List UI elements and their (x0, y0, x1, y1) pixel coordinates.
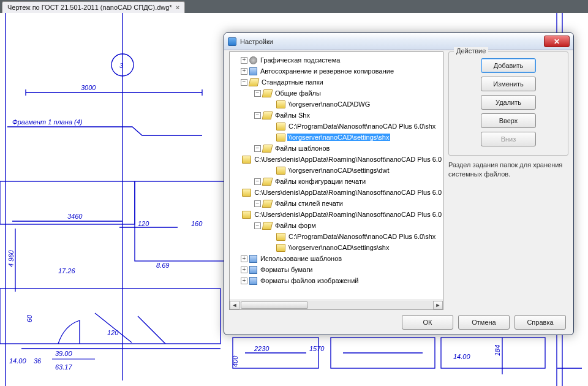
expand-icon[interactable]: − (254, 200, 261, 207)
tree-label: C:\ProgramData\Nanosoft\nanoCAD Plus 6.0… (287, 233, 437, 240)
tree-row[interactable]: −Файлы конфигурации печати (230, 176, 443, 187)
disk-icon (249, 255, 257, 263)
svg-text:3000: 3000 (81, 84, 96, 91)
folder-closed-icon (276, 167, 285, 175)
folder-open-icon (262, 200, 273, 208)
svg-text:3: 3 (119, 62, 124, 69)
svg-text:Фрагмент 1 плана (4): Фрагмент 1 плана (4) (12, 118, 83, 126)
tree-label: C:\Users\denis\AppData\Roaming\Nanosoft\… (253, 189, 443, 196)
svg-text:400: 400 (232, 355, 239, 367)
tree-row[interactable]: +Форматы файлов изображений (230, 275, 443, 286)
delete-button[interactable]: Удалить (481, 95, 536, 110)
expand-icon[interactable]: − (254, 90, 261, 97)
tree-row[interactable]: +Форматы бумаги (230, 264, 443, 275)
tree-label: Файлы шаблонов (274, 145, 331, 152)
tree-row[interactable]: C:\ProgramData\Nanosoft\nanoCAD Plus 6.0… (230, 231, 443, 242)
expand-icon[interactable]: + (241, 267, 247, 273)
tree-row[interactable]: −Стандартные папки (230, 77, 443, 88)
folder-closed-icon (276, 100, 285, 108)
expand-icon[interactable]: + (241, 255, 247, 262)
svg-text:14.00: 14.00 (453, 353, 470, 360)
settings-tree[interactable]: +Графическая подсистема+Автосохранение и… (229, 51, 443, 310)
tree-row[interactable]: −Файлы стилей печати (230, 198, 443, 209)
tab-title: Чертеж по ГОСТ 21.501-2011 (nanoCAD СПДС… (7, 4, 172, 11)
tree-row[interactable]: −Файлы шаблонов (230, 143, 443, 154)
svg-text:17.26: 17.26 (58, 267, 75, 274)
scroll-left-icon[interactable]: ◄ (230, 301, 239, 309)
actions-group: Действие Добавить Изменить Удалить Вверх… (448, 51, 568, 156)
svg-text:120: 120 (138, 220, 149, 227)
svg-text:184: 184 (494, 345, 501, 356)
disk-icon (249, 277, 257, 285)
svg-text:60: 60 (26, 314, 33, 322)
gear-icon (249, 56, 257, 64)
expand-icon[interactable]: − (254, 145, 261, 152)
tree-label: C:\Users\denis\AppData\Roaming\Nanosoft\… (253, 156, 443, 163)
close-button[interactable]: ✕ (544, 36, 570, 47)
folder-closed-icon (276, 134, 285, 142)
folder-open-icon (262, 112, 273, 119)
folder-closed-icon (276, 233, 285, 241)
tree-label: Общие файлы (274, 89, 322, 97)
svg-text:160: 160 (191, 220, 203, 227)
tree-label: Файлы Shx (274, 112, 311, 119)
document-tabbar: Чертеж по ГОСТ 21.501-2011 (nanoCAD СПДС… (0, 0, 588, 13)
tree-label: Файлы форм (274, 222, 317, 229)
tree-label: Автосохранение и резервное копирование (259, 67, 395, 75)
tree-row[interactable]: −Общие файлы (230, 88, 443, 99)
svg-text:14.00: 14.00 (9, 357, 26, 365)
tree-row[interactable]: −Файлы форм (230, 220, 443, 231)
tree-label: \\orgserver\nanoCAD\DWG (287, 100, 371, 108)
folder-closed-icon (242, 156, 251, 164)
tree-row[interactable]: C:\Users\denis\AppData\Roaming\Nanosoft\… (230, 187, 443, 198)
horizontal-scrollbar[interactable]: ◄ ► (230, 300, 443, 309)
folder-closed-icon (276, 123, 285, 131)
edit-button[interactable]: Изменить (481, 77, 536, 91)
expand-icon[interactable]: − (254, 178, 261, 185)
tree-row[interactable]: +Использование шаблонов (230, 253, 443, 264)
svg-text:120: 120 (107, 329, 119, 336)
svg-text:36: 36 (34, 357, 42, 365)
expand-icon[interactable]: + (241, 68, 247, 75)
svg-text:39.00: 39.00 (55, 350, 72, 357)
actions-pane: Действие Добавить Изменить Удалить Вверх… (448, 51, 568, 310)
expand-icon[interactable]: + (241, 278, 247, 284)
folder-closed-icon (242, 211, 251, 219)
move-up-button[interactable]: Вверх (481, 113, 536, 128)
move-down-button[interactable]: Вниз (481, 132, 536, 146)
tree-row[interactable]: \\orgserver\nanoCAD\settings\dwt (230, 165, 443, 176)
tree-row[interactable]: +Графическая подсистема (230, 55, 443, 66)
scroll-right-icon[interactable]: ► (433, 301, 443, 309)
ok-button[interactable]: ОК (402, 315, 453, 330)
svg-line-15 (138, 316, 165, 344)
tree-label: Стандартные папки (260, 78, 325, 86)
folder-closed-icon (276, 244, 285, 252)
tree-row[interactable]: \\orgserver\nanoCAD\DWG (230, 99, 443, 110)
tree-label: Форматы файлов изображений (259, 277, 360, 284)
tree-row[interactable]: \\orgserver\nanoCAD\settings\shx (230, 132, 443, 143)
cancel-button[interactable]: Отмена (458, 315, 510, 330)
scroll-thumb[interactable] (241, 301, 308, 309)
tree-row[interactable]: C:\Users\denis\AppData\Roaming\Nanosoft\… (230, 154, 443, 165)
expand-icon[interactable]: − (254, 222, 261, 229)
tree-label: Форматы бумаги (259, 266, 314, 273)
expand-icon[interactable]: − (241, 79, 247, 86)
dialog-title: Настройки (240, 38, 544, 45)
dialog-titlebar[interactable]: Настройки ✕ (224, 33, 573, 50)
svg-line-14 (95, 313, 132, 342)
tree-row[interactable]: +Автосохранение и резервное копирование (230, 66, 443, 77)
help-button[interactable]: Справка (514, 315, 566, 330)
tree-row[interactable]: C:\ProgramData\Nanosoft\nanoCAD Plus 6.0… (230, 121, 443, 132)
folder-open-icon (249, 78, 260, 86)
tree-row[interactable]: C:\Users\denis\AppData\Roaming\Nanosoft\… (230, 209, 443, 220)
svg-text:2230: 2230 (254, 345, 270, 352)
expand-icon[interactable]: + (241, 57, 247, 64)
add-button[interactable]: Добавить (481, 58, 536, 73)
disk-icon (249, 266, 257, 274)
expand-icon[interactable]: − (254, 112, 261, 119)
tree-row[interactable]: \\orgserver\nanoCAD\settings\shx (230, 242, 443, 253)
tree-row[interactable]: −Файлы Shx (230, 110, 443, 121)
svg-text:3460: 3460 (67, 213, 83, 220)
close-icon[interactable]: × (176, 4, 179, 11)
document-tab[interactable]: Чертеж по ГОСТ 21.501-2011 (nanoCAD СПДС… (2, 1, 185, 13)
